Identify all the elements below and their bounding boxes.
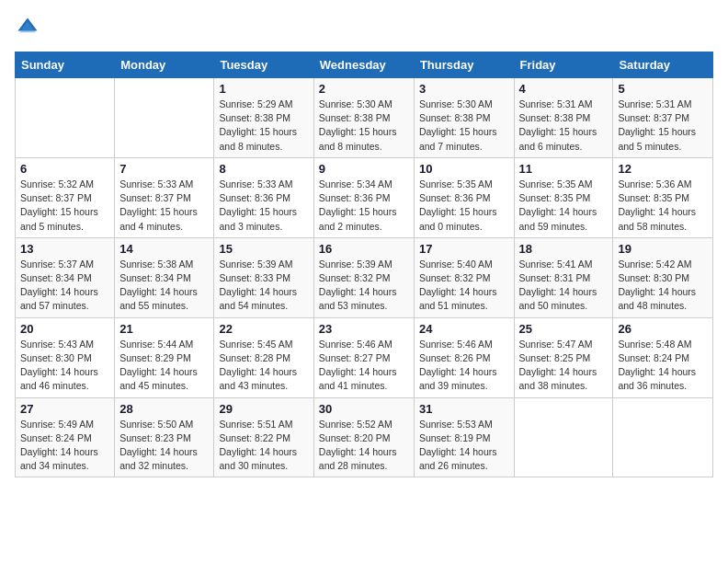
weekday-header-wednesday: Wednesday (313, 52, 414, 78)
logo (15, 15, 44, 40)
calendar-cell: 30Sunrise: 5:52 AM Sunset: 8:20 PM Dayli… (313, 397, 414, 477)
day-info: Sunrise: 5:43 AM Sunset: 8:30 PM Dayligh… (20, 338, 109, 394)
day-number: 17 (419, 242, 509, 256)
day-number: 31 (419, 402, 509, 416)
calendar-cell (115, 78, 214, 158)
calendar-week-row: 20Sunrise: 5:43 AM Sunset: 8:30 PM Dayli… (16, 317, 713, 397)
calendar-cell: 12Sunrise: 5:36 AM Sunset: 8:35 PM Dayli… (613, 157, 713, 237)
day-info: Sunrise: 5:38 AM Sunset: 8:34 PM Dayligh… (119, 258, 209, 314)
calendar-cell: 26Sunrise: 5:48 AM Sunset: 8:24 PM Dayli… (613, 317, 713, 397)
day-number: 26 (618, 322, 708, 336)
day-info: Sunrise: 5:34 AM Sunset: 8:36 PM Dayligh… (319, 178, 409, 234)
calendar-cell: 24Sunrise: 5:46 AM Sunset: 8:26 PM Dayli… (414, 317, 514, 397)
day-info: Sunrise: 5:47 AM Sunset: 8:25 PM Dayligh… (519, 338, 609, 394)
day-number: 11 (519, 162, 609, 176)
calendar-cell: 5Sunrise: 5:31 AM Sunset: 8:37 PM Daylig… (613, 78, 713, 158)
day-info: Sunrise: 5:52 AM Sunset: 8:20 PM Dayligh… (319, 418, 409, 474)
day-number: 10 (419, 162, 509, 176)
calendar-cell: 20Sunrise: 5:43 AM Sunset: 8:30 PM Dayli… (16, 317, 115, 397)
calendar-cell: 25Sunrise: 5:47 AM Sunset: 8:25 PM Dayli… (514, 317, 613, 397)
day-info: Sunrise: 5:44 AM Sunset: 8:29 PM Dayligh… (119, 338, 209, 394)
calendar-week-row: 1Sunrise: 5:29 AM Sunset: 8:38 PM Daylig… (16, 78, 713, 158)
calendar-week-row: 6Sunrise: 5:32 AM Sunset: 8:37 PM Daylig… (16, 157, 713, 237)
day-number: 2 (319, 82, 409, 96)
day-number: 13 (20, 242, 109, 256)
day-number: 12 (618, 162, 708, 176)
day-number: 21 (119, 322, 209, 336)
calendar-week-row: 27Sunrise: 5:49 AM Sunset: 8:24 PM Dayli… (16, 397, 713, 477)
calendar-cell: 31Sunrise: 5:53 AM Sunset: 8:19 PM Dayli… (414, 397, 514, 477)
calendar-cell (16, 78, 115, 158)
weekday-header-thursday: Thursday (414, 52, 514, 78)
day-info: Sunrise: 5:39 AM Sunset: 8:33 PM Dayligh… (219, 258, 308, 314)
day-number: 8 (219, 162, 308, 176)
day-info: Sunrise: 5:35 AM Sunset: 8:36 PM Dayligh… (419, 178, 509, 234)
day-info: Sunrise: 5:41 AM Sunset: 8:31 PM Dayligh… (519, 258, 609, 314)
calendar-cell (514, 397, 613, 477)
calendar-cell: 2Sunrise: 5:30 AM Sunset: 8:38 PM Daylig… (313, 78, 414, 158)
calendar-cell: 9Sunrise: 5:34 AM Sunset: 8:36 PM Daylig… (313, 157, 414, 237)
day-info: Sunrise: 5:36 AM Sunset: 8:35 PM Dayligh… (618, 178, 708, 234)
day-info: Sunrise: 5:33 AM Sunset: 8:36 PM Dayligh… (219, 178, 308, 234)
day-info: Sunrise: 5:48 AM Sunset: 8:24 PM Dayligh… (618, 338, 708, 394)
calendar-cell: 14Sunrise: 5:38 AM Sunset: 8:34 PM Dayli… (115, 237, 214, 317)
day-info: Sunrise: 5:42 AM Sunset: 8:30 PM Dayligh… (618, 258, 708, 314)
day-info: Sunrise: 5:51 AM Sunset: 8:22 PM Dayligh… (219, 418, 308, 474)
day-number: 28 (119, 402, 209, 416)
calendar-cell: 23Sunrise: 5:46 AM Sunset: 8:27 PM Dayli… (313, 317, 414, 397)
calendar-cell: 8Sunrise: 5:33 AM Sunset: 8:36 PM Daylig… (214, 157, 313, 237)
calendar-cell: 15Sunrise: 5:39 AM Sunset: 8:33 PM Dayli… (214, 237, 313, 317)
day-info: Sunrise: 5:53 AM Sunset: 8:19 PM Dayligh… (419, 418, 509, 474)
calendar-cell: 22Sunrise: 5:45 AM Sunset: 8:28 PM Dayli… (214, 317, 313, 397)
weekday-header-saturday: Saturday (613, 52, 713, 78)
calendar-cell: 7Sunrise: 5:33 AM Sunset: 8:37 PM Daylig… (115, 157, 214, 237)
day-number: 22 (219, 322, 308, 336)
day-number: 18 (519, 242, 609, 256)
day-info: Sunrise: 5:31 AM Sunset: 8:38 PM Dayligh… (519, 98, 609, 154)
day-info: Sunrise: 5:37 AM Sunset: 8:34 PM Dayligh… (20, 258, 109, 314)
day-number: 4 (519, 82, 609, 96)
weekday-header-row: SundayMondayTuesdayWednesdayThursdayFrid… (16, 52, 713, 78)
day-info: Sunrise: 5:31 AM Sunset: 8:37 PM Dayligh… (618, 98, 708, 154)
day-number: 5 (618, 82, 708, 96)
calendar-cell: 3Sunrise: 5:30 AM Sunset: 8:38 PM Daylig… (414, 78, 514, 158)
day-info: Sunrise: 5:40 AM Sunset: 8:32 PM Dayligh… (419, 258, 509, 314)
calendar-cell: 29Sunrise: 5:51 AM Sunset: 8:22 PM Dayli… (214, 397, 313, 477)
calendar-cell: 16Sunrise: 5:39 AM Sunset: 8:32 PM Dayli… (313, 237, 414, 317)
calendar-cell: 10Sunrise: 5:35 AM Sunset: 8:36 PM Dayli… (414, 157, 514, 237)
day-info: Sunrise: 5:49 AM Sunset: 8:24 PM Dayligh… (20, 418, 109, 474)
day-number: 29 (219, 402, 308, 416)
calendar-cell: 19Sunrise: 5:42 AM Sunset: 8:30 PM Dayli… (613, 237, 713, 317)
weekday-header-tuesday: Tuesday (214, 52, 313, 78)
day-number: 24 (419, 322, 509, 336)
calendar-cell: 13Sunrise: 5:37 AM Sunset: 8:34 PM Dayli… (16, 237, 115, 317)
day-info: Sunrise: 5:35 AM Sunset: 8:35 PM Dayligh… (519, 178, 609, 234)
day-info: Sunrise: 5:45 AM Sunset: 8:28 PM Dayligh… (219, 338, 308, 394)
calendar-cell: 4Sunrise: 5:31 AM Sunset: 8:38 PM Daylig… (514, 78, 613, 158)
day-info: Sunrise: 5:46 AM Sunset: 8:27 PM Dayligh… (319, 338, 409, 394)
day-number: 6 (20, 162, 109, 176)
day-number: 9 (319, 162, 409, 176)
calendar-week-row: 13Sunrise: 5:37 AM Sunset: 8:34 PM Dayli… (16, 237, 713, 317)
logo-icon (15, 15, 40, 40)
day-info: Sunrise: 5:30 AM Sunset: 8:38 PM Dayligh… (319, 98, 409, 154)
calendar-cell: 6Sunrise: 5:32 AM Sunset: 8:37 PM Daylig… (16, 157, 115, 237)
day-number: 23 (319, 322, 409, 336)
calendar-cell (613, 397, 713, 477)
day-info: Sunrise: 5:32 AM Sunset: 8:37 PM Dayligh… (20, 178, 109, 234)
calendar-cell: 17Sunrise: 5:40 AM Sunset: 8:32 PM Dayli… (414, 237, 514, 317)
day-info: Sunrise: 5:30 AM Sunset: 8:38 PM Dayligh… (419, 98, 509, 154)
calendar-cell: 1Sunrise: 5:29 AM Sunset: 8:38 PM Daylig… (214, 78, 313, 158)
day-info: Sunrise: 5:50 AM Sunset: 8:23 PM Dayligh… (119, 418, 209, 474)
calendar-cell: 27Sunrise: 5:49 AM Sunset: 8:24 PM Dayli… (16, 397, 115, 477)
day-info: Sunrise: 5:39 AM Sunset: 8:32 PM Dayligh… (319, 258, 409, 314)
calendar-table: SundayMondayTuesdayWednesdayThursdayFrid… (15, 52, 713, 477)
day-number: 20 (20, 322, 109, 336)
calendar-cell: 11Sunrise: 5:35 AM Sunset: 8:35 PM Dayli… (514, 157, 613, 237)
weekday-header-sunday: Sunday (16, 52, 115, 78)
weekday-header-friday: Friday (514, 52, 613, 78)
page-header (15, 15, 713, 40)
day-number: 1 (219, 82, 308, 96)
day-info: Sunrise: 5:33 AM Sunset: 8:37 PM Dayligh… (119, 178, 209, 234)
calendar-cell: 21Sunrise: 5:44 AM Sunset: 8:29 PM Dayli… (115, 317, 214, 397)
